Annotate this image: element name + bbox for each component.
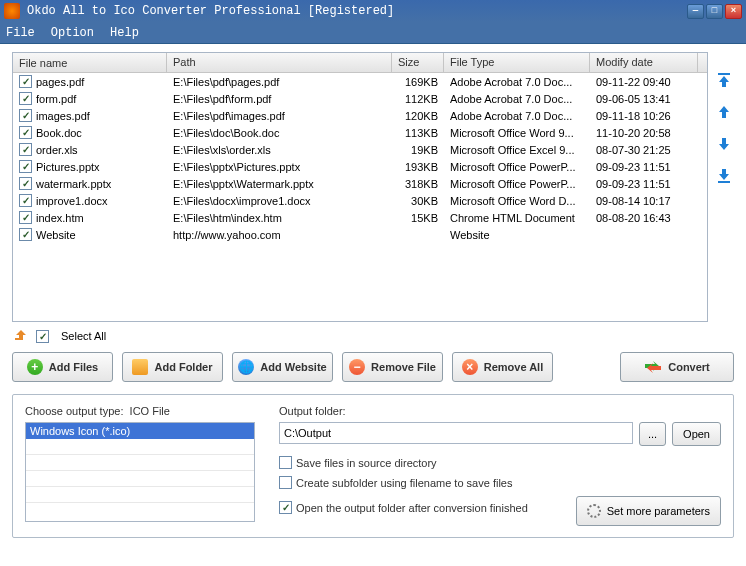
file-name: Website bbox=[36, 229, 76, 241]
file-name: form.pdf bbox=[36, 93, 76, 105]
file-path: E:\Files\xls\order.xls bbox=[167, 144, 392, 156]
window-title: Okdo All to Ico Converter Professional [… bbox=[27, 4, 685, 18]
save-source-label: Save files in source directory bbox=[296, 457, 437, 469]
file-name: order.xls bbox=[36, 144, 78, 156]
file-path: E:\Files\htm\index.htm bbox=[167, 212, 392, 224]
maximize-button[interactable]: □ bbox=[706, 4, 723, 19]
file-name: index.htm bbox=[36, 212, 84, 224]
file-path: E:\Files\pdf\form.pdf bbox=[167, 93, 392, 105]
file-table[interactable]: File name Path Size File Type Modify dat… bbox=[12, 52, 708, 322]
row-checkbox[interactable]: ✓ bbox=[19, 92, 32, 105]
select-all-label: Select All bbox=[61, 330, 106, 342]
row-checkbox[interactable]: ✓ bbox=[19, 109, 32, 122]
row-checkbox[interactable]: ✓ bbox=[19, 228, 32, 241]
output-folder-input[interactable] bbox=[279, 422, 633, 444]
toolbar: +Add Files Add Folder 🌐Add Website −Remo… bbox=[12, 352, 734, 382]
main-body: File name Path Size File Type Modify dat… bbox=[0, 44, 746, 566]
menu-file[interactable]: File bbox=[6, 26, 35, 40]
save-source-checkbox[interactable] bbox=[279, 456, 292, 469]
more-parameters-button[interactable]: Set more parameters bbox=[576, 496, 721, 526]
file-path: E:\Files\doc\Book.doc bbox=[167, 127, 392, 139]
row-checkbox[interactable]: ✓ bbox=[19, 177, 32, 190]
move-down-button[interactable] bbox=[715, 134, 733, 154]
browse-button[interactable]: ... bbox=[639, 422, 666, 446]
row-checkbox[interactable]: ✓ bbox=[19, 211, 32, 224]
table-row[interactable]: ✓index.htmE:\Files\htm\index.htm15KBChro… bbox=[13, 209, 707, 226]
file-path: E:\Files\pptx\Watermark.pptx bbox=[167, 178, 392, 190]
table-row[interactable]: ✓images.pdfE:\Files\pdf\images.pdf120KBA… bbox=[13, 107, 707, 124]
output-type-list[interactable]: Windows Icon (*.ico) bbox=[25, 422, 255, 522]
file-date: 09-11-18 10:26 bbox=[590, 110, 698, 122]
open-after-checkbox[interactable]: ✓ bbox=[279, 501, 292, 514]
add-website-button[interactable]: 🌐Add Website bbox=[232, 352, 333, 382]
plus-icon: + bbox=[27, 359, 43, 375]
col-header-type[interactable]: File Type bbox=[444, 53, 590, 72]
move-bottom-button[interactable] bbox=[715, 166, 733, 186]
row-checkbox[interactable]: ✓ bbox=[19, 194, 32, 207]
file-size: 169KB bbox=[392, 76, 444, 88]
menu-help[interactable]: Help bbox=[110, 26, 139, 40]
app-icon bbox=[4, 3, 20, 19]
table-header: File name Path Size File Type Modify dat… bbox=[13, 53, 707, 73]
file-date: 09-11-22 09:40 bbox=[590, 76, 698, 88]
gear-icon bbox=[587, 504, 601, 518]
table-row[interactable]: ✓Websitehttp://www.yahoo.comWebsite bbox=[13, 226, 707, 243]
move-up-button[interactable] bbox=[715, 102, 733, 122]
file-date: 08-08-20 16:43 bbox=[590, 212, 698, 224]
open-after-label: Open the output folder after conversion … bbox=[296, 502, 528, 514]
add-files-label: Add Files bbox=[49, 361, 99, 373]
remove-all-button[interactable]: ×Remove All bbox=[452, 352, 553, 382]
type-option-selected[interactable]: Windows Icon (*.ico) bbox=[26, 423, 254, 439]
move-top-button[interactable] bbox=[715, 70, 733, 90]
table-row[interactable]: ✓pages.pdfE:\Files\pdf\pages.pdf169KBAdo… bbox=[13, 73, 707, 90]
add-website-label: Add Website bbox=[260, 361, 326, 373]
file-type: Adobe Acrobat 7.0 Doc... bbox=[444, 76, 590, 88]
file-type: Adobe Acrobat 7.0 Doc... bbox=[444, 110, 590, 122]
close-button[interactable]: × bbox=[725, 4, 742, 19]
file-date: 11-10-20 20:58 bbox=[590, 127, 698, 139]
table-row[interactable]: ✓improve1.docxE:\Files\docx\improve1.doc… bbox=[13, 192, 707, 209]
output-panel: Choose output type: ICO File Windows Ico… bbox=[12, 394, 734, 538]
table-body: ✓pages.pdfE:\Files\pdf\pages.pdf169KBAdo… bbox=[13, 73, 707, 243]
convert-button[interactable]: Convert bbox=[620, 352, 734, 382]
select-all-checkbox[interactable]: ✓ bbox=[36, 330, 49, 343]
menu-option[interactable]: Option bbox=[51, 26, 94, 40]
row-checkbox[interactable]: ✓ bbox=[19, 143, 32, 156]
table-row[interactable]: ✓form.pdfE:\Files\pdf\form.pdf112KBAdobe… bbox=[13, 90, 707, 107]
add-files-button[interactable]: +Add Files bbox=[12, 352, 113, 382]
row-checkbox[interactable]: ✓ bbox=[19, 160, 32, 173]
file-path: E:\Files\pdf\pages.pdf bbox=[167, 76, 392, 88]
add-folder-button[interactable]: Add Folder bbox=[122, 352, 223, 382]
file-size: 30KB bbox=[392, 195, 444, 207]
file-path: E:\Files\pptx\Pictures.pptx bbox=[167, 161, 392, 173]
remove-file-label: Remove File bbox=[371, 361, 436, 373]
row-checkbox[interactable]: ✓ bbox=[19, 126, 32, 139]
minus-icon: − bbox=[349, 359, 365, 375]
row-checkbox[interactable]: ✓ bbox=[19, 75, 32, 88]
x-icon: × bbox=[462, 359, 478, 375]
output-folder-section: Output folder: ... Open Save files in so… bbox=[279, 405, 721, 525]
col-header-path[interactable]: Path bbox=[167, 53, 392, 72]
file-type: Microsoft Office Word 9... bbox=[444, 127, 590, 139]
table-row[interactable]: ✓Book.docE:\Files\doc\Book.doc113KBMicro… bbox=[13, 124, 707, 141]
convert-icon bbox=[644, 360, 662, 374]
remove-file-button[interactable]: −Remove File bbox=[342, 352, 443, 382]
file-name: pages.pdf bbox=[36, 76, 84, 88]
file-type: Website bbox=[444, 229, 590, 241]
table-row[interactable]: ✓watermark.pptxE:\Files\pptx\Watermark.p… bbox=[13, 175, 707, 192]
file-date: 09-06-05 13:41 bbox=[590, 93, 698, 105]
table-row[interactable]: ✓order.xlsE:\Files\xls\order.xls19KBMicr… bbox=[13, 141, 707, 158]
col-header-size[interactable]: Size bbox=[392, 53, 444, 72]
file-type: Microsoft Office Word D... bbox=[444, 195, 590, 207]
minimize-button[interactable]: — bbox=[687, 4, 704, 19]
file-name: watermark.pptx bbox=[36, 178, 111, 190]
create-subfolder-checkbox[interactable] bbox=[279, 476, 292, 489]
col-header-date[interactable]: Modify date bbox=[590, 53, 698, 72]
up-level-icon[interactable] bbox=[12, 328, 28, 344]
open-folder-button[interactable]: Open bbox=[672, 422, 721, 446]
file-path: http://www.yahoo.com bbox=[167, 229, 392, 241]
file-size: 120KB bbox=[392, 110, 444, 122]
table-row[interactable]: ✓Pictures.pptxE:\Files\pptx\Pictures.ppt… bbox=[13, 158, 707, 175]
col-header-name[interactable]: File name bbox=[13, 53, 167, 72]
globe-icon: 🌐 bbox=[238, 359, 254, 375]
